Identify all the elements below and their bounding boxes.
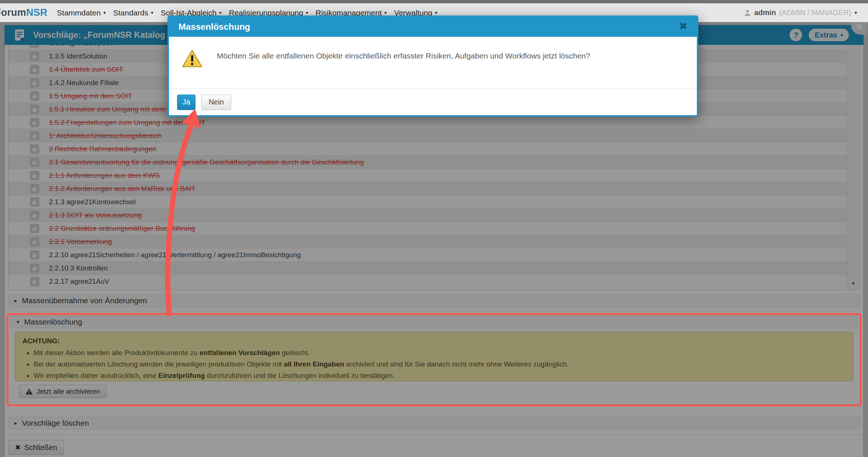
dialog-close-icon[interactable]: ✖	[679, 21, 687, 31]
chevron-down-icon: ▾	[306, 10, 308, 15]
user-role: (ADMIN / MANAGER)	[779, 8, 851, 17]
yes-button[interactable]: Ja	[177, 95, 195, 110]
user-name: admin	[754, 8, 776, 17]
dialog-footer: Ja Nein	[169, 89, 697, 115]
app-logo[interactable]: ForumNSR	[0, 7, 47, 18]
no-button[interactable]: Nein	[201, 95, 231, 110]
massenloeschung-dialog: Massenlöschung ✖ Möchten Sie alle entfal…	[167, 15, 698, 117]
logo-part-1: Forum	[0, 7, 26, 18]
dialog-title: Massenlöschung	[179, 22, 250, 32]
warning-triangle-icon	[181, 49, 203, 68]
user-icon	[744, 9, 751, 16]
nav-item-standards[interactable]: Standards▾	[113, 8, 153, 17]
chevron-down-icon: ▾	[219, 10, 222, 15]
window-edge-strip	[0, 0, 868, 3]
chevron-down-icon: ▾	[435, 10, 437, 15]
screen: ForumNSR Stammdaten▾ Standards▾ Soll-Ist…	[0, 0, 868, 457]
dialog-body: Möchten Sie alle entfallenen Objekte ein…	[169, 37, 697, 89]
dialog-message: Möchten Sie alle entfallenen Objekte ein…	[217, 46, 590, 79]
user-menu[interactable]: admin (ADMIN / MANAGER) ▾	[744, 8, 857, 17]
nav-item-stammdaten[interactable]: Stammdaten▾	[57, 8, 106, 17]
chevron-down-icon: ▾	[151, 10, 154, 15]
dialog-header: Massenlöschung ✖	[169, 17, 697, 37]
chevron-down-icon: ▾	[103, 10, 106, 15]
logo-part-2: NSR	[26, 7, 47, 18]
chevron-down-icon: ▾	[854, 10, 857, 15]
chevron-down-icon: ▾	[384, 10, 387, 15]
